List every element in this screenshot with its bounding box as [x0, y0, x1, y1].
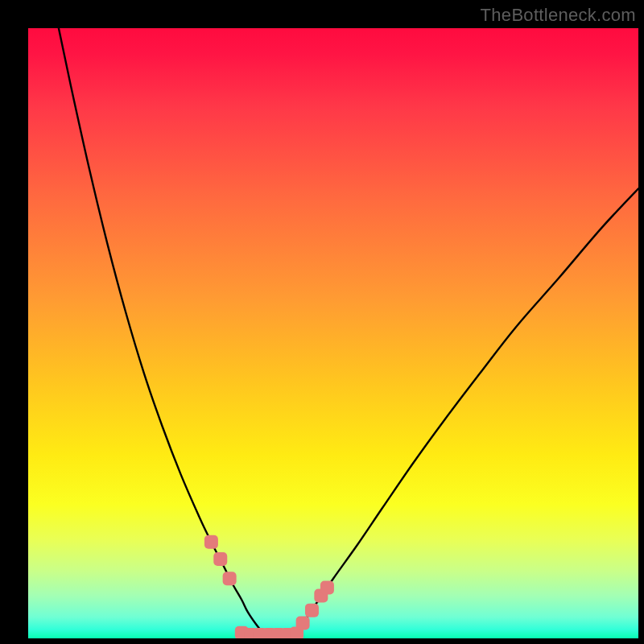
plot-area [28, 28, 638, 638]
marker-point [204, 535, 218, 549]
marker-point [320, 581, 334, 595]
curve-layer [59, 28, 638, 635]
marker-point [213, 552, 227, 566]
watermark-text: TheBottleneck.com [481, 5, 636, 26]
marker-point [305, 604, 319, 617]
marker-point [296, 617, 310, 630]
chart-frame: TheBottleneck.com [0, 0, 644, 644]
marker-point [223, 572, 237, 585]
right-curve [294, 188, 638, 634]
left-curve [59, 28, 265, 635]
chart-svg [28, 28, 638, 638]
marker-layer [204, 535, 334, 638]
